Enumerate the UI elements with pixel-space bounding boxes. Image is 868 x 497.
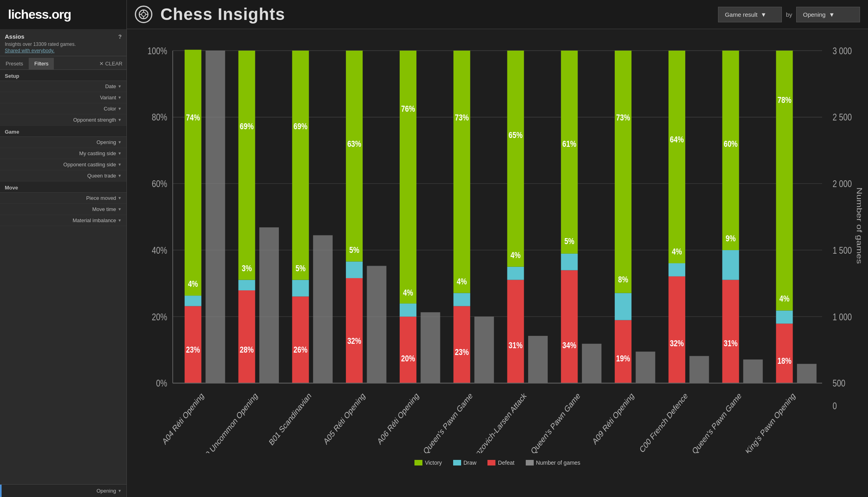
svg-rect-66 bbox=[474, 317, 494, 383]
svg-rect-67 bbox=[454, 306, 470, 383]
filter-material-imbalance[interactable]: Material imbalance ▼ bbox=[0, 215, 126, 226]
game-result-select[interactable]: Game result ▼ bbox=[718, 7, 782, 22]
tab-presets[interactable]: Presets bbox=[0, 58, 29, 69]
legend-draw: Draw bbox=[453, 460, 477, 466]
svg-text:9%: 9% bbox=[726, 233, 736, 243]
svg-rect-35 bbox=[239, 290, 255, 383]
svg-rect-76 bbox=[507, 267, 524, 280]
filter-opening[interactable]: Opening ▼ bbox=[0, 137, 126, 148]
svg-text:32%: 32% bbox=[347, 336, 361, 345]
header: Chess Insights Game result ▼ by Opening … bbox=[127, 0, 868, 29]
svg-text:4%: 4% bbox=[403, 288, 413, 297]
svg-text:20%: 20% bbox=[401, 353, 415, 363]
svg-text:500: 500 bbox=[832, 378, 845, 389]
svg-rect-99 bbox=[669, 276, 685, 383]
svg-text:4%: 4% bbox=[672, 247, 682, 256]
help-button[interactable]: ? bbox=[118, 34, 122, 40]
move-time-arrow: ▼ bbox=[118, 207, 122, 211]
chart-svg: 100% 3 000 80% 2 500 60% 2 000 40% 1 500… bbox=[131, 33, 864, 453]
svg-rect-92 bbox=[615, 293, 631, 320]
bar-group-5: 76% 4% 20% A06 Réti Opening bbox=[376, 51, 440, 446]
main-content: Chess Insights Game result ▼ by Opening … bbox=[127, 0, 868, 497]
svg-text:3%: 3% bbox=[242, 263, 252, 273]
bottom-opening-item[interactable]: Opening ▼ bbox=[0, 484, 126, 497]
svg-text:23%: 23% bbox=[455, 347, 469, 357]
svg-rect-90 bbox=[636, 352, 655, 383]
bar-group-8: 61% 5% 34% A46 Queen's Pawn Game bbox=[519, 51, 601, 453]
filter-opponent-castling[interactable]: Opponent castling side ▼ bbox=[0, 159, 126, 170]
svg-rect-69 bbox=[454, 51, 470, 293]
svg-text:2 000: 2 000 bbox=[832, 178, 852, 189]
svg-text:1 500: 1 500 bbox=[832, 245, 852, 256]
my-castling-arrow: ▼ bbox=[118, 151, 122, 156]
svg-rect-114 bbox=[797, 364, 817, 383]
svg-rect-98 bbox=[689, 356, 709, 383]
filter-date[interactable]: Date ▼ bbox=[0, 81, 126, 92]
svg-text:64%: 64% bbox=[670, 134, 684, 144]
svg-text:A00 Uncommon Opening: A00 Uncommon Opening bbox=[198, 390, 259, 453]
opening-select[interactable]: Opening ▼ bbox=[796, 7, 860, 22]
svg-rect-101 bbox=[669, 51, 685, 263]
svg-text:73%: 73% bbox=[455, 112, 469, 122]
svg-point-1 bbox=[142, 12, 146, 16]
filter-variant[interactable]: Variant ▼ bbox=[0, 92, 126, 103]
opponent-strength-arrow: ▼ bbox=[118, 118, 122, 122]
svg-text:A46 Queen's Pawn Game: A46 Queen's Pawn Game bbox=[519, 390, 581, 453]
filter-queen-trade[interactable]: Queen trade ▼ bbox=[0, 170, 126, 181]
filter-move-time[interactable]: Move time ▼ bbox=[0, 204, 126, 215]
chart-container: 100% 3 000 80% 2 500 60% 2 000 40% 1 500… bbox=[131, 33, 864, 453]
svg-rect-34 bbox=[259, 227, 279, 383]
num-games-color-swatch bbox=[526, 460, 534, 465]
legend-num-games: Number of games bbox=[526, 460, 580, 466]
clear-button[interactable]: ✕ CLEAR bbox=[95, 58, 126, 69]
tab-filters[interactable]: Filters bbox=[29, 58, 54, 69]
svg-rect-52 bbox=[346, 262, 363, 278]
opening-select-arrow: ▼ bbox=[829, 11, 835, 18]
draw-color-swatch bbox=[453, 460, 461, 465]
filter-piece-moved[interactable]: Piece moved ▼ bbox=[0, 193, 126, 204]
svg-rect-100 bbox=[669, 263, 685, 276]
legend: Victory Draw Defeat Number of games bbox=[131, 453, 864, 470]
svg-rect-59 bbox=[400, 317, 416, 383]
queen-trade-arrow: ▼ bbox=[118, 174, 122, 178]
svg-text:3 000: 3 000 bbox=[832, 45, 852, 57]
header-controls: Game result ▼ by Opening ▼ bbox=[718, 7, 860, 22]
svg-text:65%: 65% bbox=[509, 130, 523, 140]
svg-rect-84 bbox=[561, 254, 578, 270]
material-imbalance-arrow: ▼ bbox=[118, 218, 122, 223]
svg-text:100%: 100% bbox=[148, 45, 167, 57]
logo[interactable]: lichess.org bbox=[0, 0, 126, 29]
section-game: Game bbox=[0, 126, 126, 137]
svg-rect-43 bbox=[292, 296, 309, 383]
svg-text:B01 Scandinavian: B01 Scandinavian bbox=[267, 390, 312, 447]
svg-text:63%: 63% bbox=[347, 139, 361, 148]
svg-text:A45 Queen's Pawn Game: A45 Queen's Pawn Game bbox=[412, 390, 474, 453]
filter-opponent-strength[interactable]: Opponent strength ▼ bbox=[0, 114, 126, 126]
svg-text:8%: 8% bbox=[618, 274, 628, 284]
username: Assios bbox=[5, 33, 24, 40]
svg-text:60%: 60% bbox=[152, 178, 168, 189]
date-arrow: ▼ bbox=[118, 84, 122, 89]
svg-rect-58 bbox=[420, 312, 440, 383]
filter-my-castling[interactable]: My castling side ▼ bbox=[0, 148, 126, 159]
shared-link[interactable]: Shared with everybody. bbox=[5, 48, 122, 53]
svg-text:26%: 26% bbox=[294, 345, 308, 354]
svg-rect-107 bbox=[722, 280, 739, 383]
filter-color[interactable]: Color ▼ bbox=[0, 103, 126, 114]
svg-text:18%: 18% bbox=[777, 356, 791, 365]
svg-text:0%: 0% bbox=[156, 378, 167, 389]
svg-text:73%: 73% bbox=[616, 112, 630, 122]
svg-rect-68 bbox=[454, 293, 470, 306]
svg-text:32%: 32% bbox=[670, 338, 684, 348]
svg-text:C00 French Defence: C00 French Defence bbox=[638, 390, 689, 453]
insights-info: Insights over 13309 rated games. bbox=[5, 41, 122, 47]
svg-text:A40 Queen's Pawn Game: A40 Queen's Pawn Game bbox=[681, 390, 743, 453]
svg-rect-61 bbox=[400, 51, 416, 304]
tabs-row: Presets Filters ✕ CLEAR bbox=[0, 58, 126, 70]
svg-text:78%: 78% bbox=[777, 95, 791, 105]
svg-text:31%: 31% bbox=[509, 340, 523, 350]
bar-group-1: 74% 4% 23% A04 Réti Opening bbox=[161, 50, 225, 446]
color-arrow: ▼ bbox=[118, 106, 122, 111]
svg-text:2 500: 2 500 bbox=[832, 112, 852, 123]
svg-text:80%: 80% bbox=[152, 112, 168, 123]
